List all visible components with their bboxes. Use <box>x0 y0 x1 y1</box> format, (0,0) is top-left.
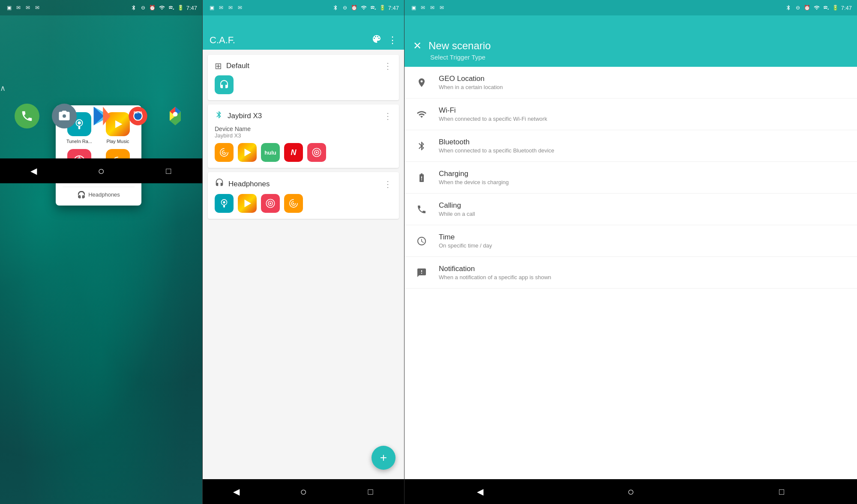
battery-icon-2: 🔋 <box>379 4 387 12</box>
svg-point-29 <box>293 203 294 204</box>
add-scenario-fab[interactable]: + <box>372 446 396 470</box>
notification-icon: ▣ <box>5 4 13 12</box>
trigger-notification-item[interactable]: Notification When a notification of a sp… <box>405 257 857 289</box>
geo-trigger-desc: When in a certain location <box>439 84 847 90</box>
wifi-trigger-icon <box>415 109 428 119</box>
jaybird-scenario-card[interactable]: Jaybird X3 ⋮ Device Name Jaybird X3 hulu… <box>208 104 399 168</box>
default-card-left: ⊞ Default <box>215 61 249 71</box>
recent-button-1[interactable]: □ <box>160 162 177 179</box>
time-trigger-text: Time On specific time / day <box>439 233 847 249</box>
wifi-icon-3 <box>813 4 821 12</box>
recent-button-3[interactable]: □ <box>773 483 790 500</box>
playmusic-app-icon <box>238 143 257 162</box>
home-button-1[interactable]: ○ <box>93 162 110 179</box>
select-trigger-subtitle: Select Trigger Type <box>430 54 848 61</box>
mail-icon-2c: ✉ <box>236 4 244 12</box>
pocket-app-icon-h <box>261 194 280 213</box>
headphones-apps-row <box>215 194 392 213</box>
svg-marker-25 <box>245 200 252 207</box>
battery-icon-3: 🔋 <box>832 4 839 12</box>
status-bar-3: ▣ ✉ ✉ ✉ ⊖ ⏰ 🔋 7:47 <box>405 0 857 15</box>
bluetooth-trigger-name: Bluetooth <box>439 138 847 146</box>
minus-circle-icon: ⊖ <box>139 4 147 12</box>
jaybird-card-left: Jaybird X3 <box>215 110 262 121</box>
dock-phone-icon[interactable] <box>15 104 39 128</box>
charging-icon <box>415 173 428 183</box>
new-scenario-screen: ▣ ✉ ✉ ✉ ⊖ ⏰ 🔋 7:47 ✕ New scenario Sel <box>405 0 857 504</box>
trigger-time-item[interactable]: Time On specific time / day <box>405 225 857 257</box>
dock-play-icon[interactable] <box>89 104 114 128</box>
chevron-up-icon: ∧ <box>0 84 202 93</box>
status-time-3: 7:47 <box>841 5 852 11</box>
tunein-app-icon-h <box>215 194 234 213</box>
dock-chrome-icon[interactable]: BETA <box>126 104 150 128</box>
signal-icon <box>168 4 175 12</box>
notification-trigger-name: Notification <box>439 265 847 273</box>
trigger-wifi-item[interactable]: Wi-Fi When connected to a specific Wi-Fi… <box>405 98 857 130</box>
geo-icon <box>415 78 428 88</box>
svg-marker-10 <box>94 107 104 125</box>
bt-icon-2 <box>332 4 339 12</box>
wifi-icon-2 <box>360 4 368 12</box>
jaybird-more-icon[interactable]: ⋮ <box>384 111 392 121</box>
default-scenario-card[interactable]: ⊞ Default ⋮ <box>208 55 399 100</box>
bg-decoration <box>0 0 202 504</box>
trigger-charging-item[interactable]: Charging When the device is charging <box>405 162 857 194</box>
bluetooth-trigger-icon <box>415 141 428 151</box>
headphones-scenario-card[interactable]: Headphones ⋮ <box>208 172 399 219</box>
mail-icon-3a: ✉ <box>419 4 427 12</box>
mail-icon-3c: ✉ <box>438 4 446 12</box>
scenarios-list: ⊞ Default ⋮ Jaybird X3 ⋮ <box>203 50 404 495</box>
notification-trigger-icon <box>415 268 428 278</box>
back-button-1[interactable]: ◀ <box>25 162 42 179</box>
wifi-trigger-name: Wi-Fi <box>439 106 847 115</box>
back-button-3[interactable]: ◀ <box>471 483 488 500</box>
status-icons-right-3: ⊖ ⏰ 🔋 7:47 <box>785 4 852 12</box>
svg-text:BETA: BETA <box>134 110 143 114</box>
trigger-geo-item[interactable]: GEO Location When in a certain location <box>405 67 857 98</box>
status-time-1: 7:47 <box>186 5 197 11</box>
caf-title: C.A.F. <box>210 35 235 46</box>
home-button-3[interactable]: ○ <box>622 483 639 500</box>
trigger-type-list: GEO Location When in a certain location … <box>405 67 857 495</box>
minus-icon-2: ⊖ <box>341 4 349 12</box>
pocket-app-icon <box>307 143 326 162</box>
play-app-icon-h <box>238 194 257 213</box>
headphones-more-icon[interactable]: ⋮ <box>384 179 392 189</box>
notification-icon-3: ▣ <box>410 4 417 12</box>
battery-icon: 🔋 <box>177 4 185 12</box>
close-button[interactable]: ✕ <box>413 40 422 52</box>
svg-point-21 <box>316 152 318 153</box>
grid-icon: ⊞ <box>215 61 222 71</box>
bluetooth-trigger-text: Bluetooth When connected to a specific B… <box>439 138 847 154</box>
notification-trigger-desc: When a notification of a specific app is… <box>439 274 847 280</box>
palette-icon[interactable] <box>372 34 382 47</box>
home-button-2[interactable]: ○ <box>295 483 312 500</box>
nav-bar-2: ◀ ○ □ <box>203 479 404 504</box>
wifi-trigger-desc: When connected to a specific Wi-Fi netwo… <box>439 116 847 122</box>
dock-maps-icon[interactable] <box>163 104 188 128</box>
time-icon <box>415 236 428 246</box>
recent-button-2[interactable]: □ <box>362 483 379 500</box>
caf-screen: ▣ ✉ ✉ ✉ ⊖ ⏰ 🔋 7:47 C.A.F. <box>202 0 405 504</box>
back-button-2[interactable]: ◀ <box>228 483 245 500</box>
dock-camera-icon[interactable] <box>52 104 77 128</box>
mail-icon-2b: ✉ <box>227 4 234 12</box>
time-trigger-name: Time <box>439 233 847 242</box>
mail-icon-2: ✉ <box>24 4 32 12</box>
trigger-calling-item[interactable]: Calling While on a call <box>405 194 857 225</box>
default-app-icon <box>215 75 234 94</box>
trigger-bluetooth-item[interactable]: Bluetooth When connected to a specific B… <box>405 130 857 162</box>
svg-point-16 <box>173 112 177 116</box>
default-more-icon[interactable]: ⋮ <box>384 61 392 71</box>
headphones-card-header: Headphones ⋮ <box>215 178 392 190</box>
bluetooth-card-icon <box>215 110 223 121</box>
home-screen: ▣ ✉ ✉ ✉ ⊖ ⏰ 🔋 7:47 <box>0 0 202 504</box>
more-vert-icon[interactable]: ⋮ <box>388 35 397 46</box>
headphones-title: Headphones <box>228 180 270 188</box>
mail-icon-2a: ✉ <box>217 4 225 12</box>
headphones-footer-icon: 🎧 <box>77 191 86 199</box>
wifi-trigger-text: Wi-Fi When connected to a specific Wi-Fi… <box>439 106 847 122</box>
calling-trigger-name: Calling <box>439 201 847 210</box>
headphones-footer-label: Headphones <box>88 191 120 198</box>
